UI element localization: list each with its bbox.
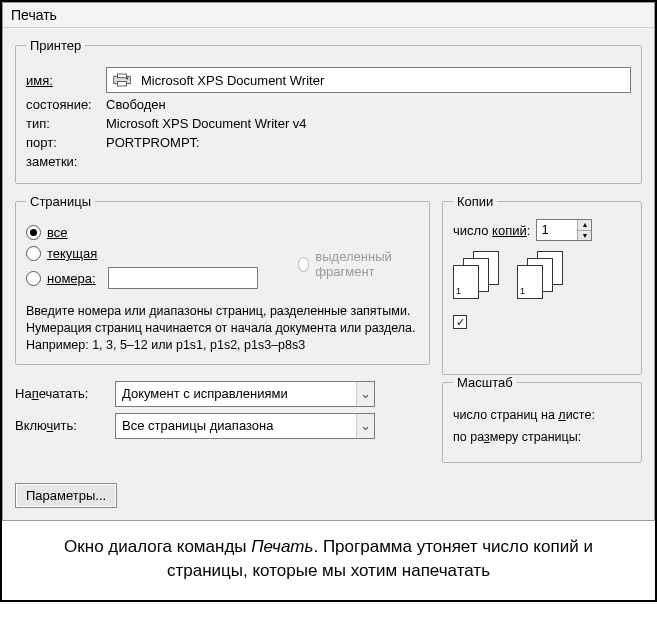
printer-status-value: Свободен [106, 97, 166, 112]
scale-per-sheet-label: число страниц на листе: [453, 408, 595, 422]
print-what-label: Напечатать: [15, 386, 88, 401]
figure-caption: Окно диалога команды Печать. Программа у… [2, 521, 655, 600]
radio-numbers-label: номера: [47, 271, 96, 286]
svg-rect-2 [118, 82, 127, 87]
include-value: Все страницы диапазона [122, 418, 273, 433]
scale-group: Масштаб число страниц на листе: по разме… [442, 375, 642, 463]
printer-status-label: состояние: [26, 97, 106, 112]
svg-point-3 [126, 78, 128, 80]
printer-name-combo[interactable]: Microsoft XPS Document Writer [106, 67, 631, 93]
svg-rect-1 [118, 74, 127, 78]
chevron-down-icon: ⌄ [356, 382, 374, 406]
radio-all-label: все [47, 225, 68, 240]
chevron-down-icon: ⌄ [356, 414, 374, 438]
pages-hint: Введите номера или диапазоны страниц, ра… [26, 303, 419, 354]
printer-port-label: порт: [26, 135, 106, 150]
copies-group: Копии число копий: 1 ▲ ▼ [442, 194, 642, 375]
dialog-title: Печать [3, 3, 654, 28]
pages-legend: Страницы [26, 194, 95, 209]
print-what-combo[interactable]: Документ с исправлениями ⌄ [115, 381, 375, 407]
copies-spinner[interactable]: 1 ▲ ▼ [536, 219, 592, 241]
spinner-down-icon[interactable]: ▼ [578, 230, 591, 241]
scale-legend: Масштаб [453, 375, 517, 390]
printer-icon [113, 73, 131, 87]
printer-type-label: тип: [26, 116, 106, 131]
printer-name-label: имя: [26, 73, 53, 88]
spinner-up-icon[interactable]: ▲ [578, 220, 591, 230]
copies-count-label: копий [492, 223, 527, 238]
include-combo[interactable]: Все страницы диапазона ⌄ [115, 413, 375, 439]
copies-legend: Копии [453, 194, 497, 209]
copies-count-label-pre: число [453, 223, 492, 238]
radio-all[interactable] [26, 225, 41, 240]
collate-graphic: 3 2 1 3 2 1 [453, 251, 631, 301]
include-label: Включить: [15, 418, 77, 433]
printer-name-value: Microsoft XPS Document Writer [141, 73, 324, 88]
collate-page: 1 [517, 265, 543, 299]
options-button[interactable]: Параметры... [15, 483, 117, 508]
scale-fit-label: по размеру страницы: [453, 430, 581, 444]
printer-notes-label: заметки: [26, 154, 106, 169]
pages-group: Страницы все текущая [15, 194, 430, 365]
collate-checkbox[interactable] [453, 315, 467, 329]
print-dialog: Печать Принтер имя: Microsoft XPS Docume… [2, 2, 655, 521]
radio-current-label: текущая [47, 246, 97, 261]
pages-numbers-input[interactable] [108, 267, 258, 289]
printer-legend: Принтер [26, 38, 85, 53]
printer-group: Принтер имя: Microsoft XPS Document Writ… [15, 38, 642, 184]
collate-page: 1 [453, 265, 479, 299]
copies-count-value: 1 [537, 220, 577, 240]
print-what-value: Документ с исправлениями [122, 386, 288, 401]
radio-selection [298, 257, 310, 272]
printer-type-value: Microsoft XPS Document Writer v4 [106, 116, 307, 131]
printer-port-value: PORTPROMPT: [106, 135, 200, 150]
radio-current[interactable] [26, 246, 41, 261]
radio-numbers[interactable] [26, 271, 41, 286]
radio-selection-label: выделенный фрагмент [315, 249, 419, 279]
